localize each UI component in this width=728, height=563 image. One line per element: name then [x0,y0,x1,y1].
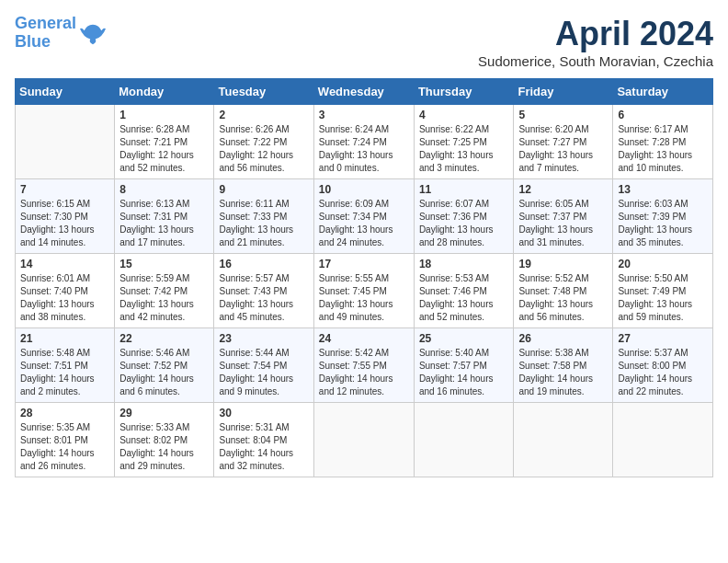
day-number: 26 [518,332,608,345]
calendar-cell: 22Sunrise: 5:46 AM Sunset: 7:52 PM Dayli… [115,328,214,403]
day-number: 11 [419,183,509,196]
day-number: 3 [319,109,409,121]
day-content: Sunrise: 6:01 AM Sunset: 7:40 PM Dayligh… [20,272,109,324]
calendar-cell: 7Sunrise: 6:15 AM Sunset: 7:30 PM Daylig… [16,179,115,254]
day-number: 5 [518,109,608,121]
calendar-cell: 9Sunrise: 6:11 AM Sunset: 7:33 PM Daylig… [214,179,313,254]
day-content: Sunrise: 6:26 AM Sunset: 7:22 PM Dayligh… [219,123,308,175]
calendar-cell: 23Sunrise: 5:44 AM Sunset: 7:54 PM Dayli… [214,328,313,403]
day-content: Sunrise: 6:22 AM Sunset: 7:25 PM Dayligh… [419,123,509,175]
logo-text: GeneralBlue [15,15,76,52]
calendar-cell: 13Sunrise: 6:03 AM Sunset: 7:39 PM Dayli… [613,179,713,254]
calendar-cell: 14Sunrise: 6:01 AM Sunset: 7:40 PM Dayli… [16,254,115,328]
calendar-cell: 30Sunrise: 5:31 AM Sunset: 8:04 PM Dayli… [214,403,313,477]
calendar-cell: 8Sunrise: 6:13 AM Sunset: 7:31 PM Daylig… [115,179,214,254]
calendar-cell: 3Sunrise: 6:24 AM Sunset: 7:24 PM Daylig… [313,105,414,179]
day-content: Sunrise: 5:46 AM Sunset: 7:52 PM Dayligh… [119,347,209,398]
weekday-header-saturday: Saturday [613,79,713,105]
day-number: 18 [419,258,509,270]
calendar-cell: 26Sunrise: 5:38 AM Sunset: 7:58 PM Dayli… [514,328,613,403]
calendar-cell: 6Sunrise: 6:17 AM Sunset: 7:28 PM Daylig… [613,105,713,179]
day-content: Sunrise: 5:48 AM Sunset: 7:51 PM Dayligh… [20,347,109,398]
day-number: 13 [618,183,708,196]
day-number: 2 [219,109,308,121]
day-number: 16 [219,258,308,270]
week-row-3: 14Sunrise: 6:01 AM Sunset: 7:40 PM Dayli… [16,254,713,328]
weekday-header-sunday: Sunday [16,79,115,105]
day-number: 23 [219,332,308,345]
day-number: 10 [319,183,409,196]
day-content: Sunrise: 5:31 AM Sunset: 8:04 PM Dayligh… [219,421,308,473]
day-content: Sunrise: 6:13 AM Sunset: 7:31 PM Dayligh… [119,198,209,249]
page-header: GeneralBlue April 2024 Sudomerice, South… [15,15,713,69]
calendar-cell: 21Sunrise: 5:48 AM Sunset: 7:51 PM Dayli… [16,328,115,403]
day-content: Sunrise: 5:50 AM Sunset: 7:49 PM Dayligh… [618,272,708,324]
day-content: Sunrise: 5:55 AM Sunset: 7:45 PM Dayligh… [319,272,409,324]
calendar-cell: 2Sunrise: 6:26 AM Sunset: 7:22 PM Daylig… [214,105,313,179]
day-content: Sunrise: 5:59 AM Sunset: 7:42 PM Dayligh… [119,272,209,324]
day-number: 7 [20,183,109,196]
calendar-cell: 16Sunrise: 5:57 AM Sunset: 7:43 PM Dayli… [214,254,313,328]
day-number: 22 [119,332,209,345]
calendar-cell: 20Sunrise: 5:50 AM Sunset: 7:49 PM Dayli… [613,254,713,328]
day-number: 30 [219,407,308,419]
weekday-header-thursday: Thursday [414,79,514,105]
day-content: Sunrise: 6:24 AM Sunset: 7:24 PM Dayligh… [319,123,409,175]
week-row-2: 7Sunrise: 6:15 AM Sunset: 7:30 PM Daylig… [16,179,713,254]
day-number: 17 [319,258,409,270]
logo: GeneralBlue [15,15,106,52]
week-row-4: 21Sunrise: 5:48 AM Sunset: 7:51 PM Dayli… [16,328,713,403]
weekday-header-row: SundayMondayTuesdayWednesdayThursdayFrid… [16,79,713,105]
day-number: 4 [419,109,509,121]
day-content: Sunrise: 5:33 AM Sunset: 8:02 PM Dayligh… [119,421,209,473]
calendar-cell [16,105,115,179]
calendar-cell: 25Sunrise: 5:40 AM Sunset: 7:57 PM Dayli… [414,328,514,403]
day-content: Sunrise: 6:15 AM Sunset: 7:30 PM Dayligh… [20,198,109,249]
day-content: Sunrise: 5:53 AM Sunset: 7:46 PM Dayligh… [419,272,509,324]
day-content: Sunrise: 5:52 AM Sunset: 7:48 PM Dayligh… [518,272,608,324]
day-content: Sunrise: 6:11 AM Sunset: 7:33 PM Dayligh… [219,198,308,249]
weekday-header-wednesday: Wednesday [313,79,414,105]
calendar-cell: 12Sunrise: 6:05 AM Sunset: 7:37 PM Dayli… [514,179,613,254]
day-number: 25 [419,332,509,345]
calendar-cell: 4Sunrise: 6:22 AM Sunset: 7:25 PM Daylig… [414,105,514,179]
day-number: 14 [20,258,109,270]
calendar-cell: 11Sunrise: 6:07 AM Sunset: 7:36 PM Dayli… [414,179,514,254]
day-content: Sunrise: 5:40 AM Sunset: 7:57 PM Dayligh… [419,347,509,398]
day-number: 9 [219,183,308,196]
day-number: 27 [618,332,708,345]
day-content: Sunrise: 5:38 AM Sunset: 7:58 PM Dayligh… [518,347,608,398]
day-content: Sunrise: 5:35 AM Sunset: 8:01 PM Dayligh… [20,421,109,473]
calendar-cell: 1Sunrise: 6:28 AM Sunset: 7:21 PM Daylig… [115,105,214,179]
day-content: Sunrise: 5:57 AM Sunset: 7:43 PM Dayligh… [219,272,308,324]
calendar-table: SundayMondayTuesdayWednesdayThursdayFrid… [15,78,713,477]
calendar-cell: 17Sunrise: 5:55 AM Sunset: 7:45 PM Dayli… [313,254,414,328]
calendar-cell [514,403,613,477]
calendar-cell: 19Sunrise: 5:52 AM Sunset: 7:48 PM Dayli… [514,254,613,328]
day-content: Sunrise: 6:28 AM Sunset: 7:21 PM Dayligh… [119,123,209,175]
weekday-header-friday: Friday [514,79,613,105]
location: Sudomerice, South Moravian, Czechia [478,53,713,69]
calendar-cell: 29Sunrise: 5:33 AM Sunset: 8:02 PM Dayli… [115,403,214,477]
day-number: 24 [319,332,409,345]
logo-icon [80,20,106,46]
day-content: Sunrise: 5:42 AM Sunset: 7:55 PM Dayligh… [319,347,409,398]
day-content: Sunrise: 6:03 AM Sunset: 7:39 PM Dayligh… [618,198,708,249]
day-content: Sunrise: 6:07 AM Sunset: 7:36 PM Dayligh… [419,198,509,249]
day-content: Sunrise: 6:20 AM Sunset: 7:27 PM Dayligh… [518,123,608,175]
day-content: Sunrise: 6:09 AM Sunset: 7:34 PM Dayligh… [319,198,409,249]
day-number: 1 [119,109,209,121]
day-number: 28 [20,407,109,419]
calendar-cell [414,403,514,477]
day-number: 15 [119,258,209,270]
day-number: 21 [20,332,109,345]
calendar-cell: 27Sunrise: 5:37 AM Sunset: 8:00 PM Dayli… [613,328,713,403]
week-row-5: 28Sunrise: 5:35 AM Sunset: 8:01 PM Dayli… [16,403,713,477]
weekday-header-monday: Monday [115,79,214,105]
day-content: Sunrise: 6:05 AM Sunset: 7:37 PM Dayligh… [518,198,608,249]
day-number: 19 [518,258,608,270]
weekday-header-tuesday: Tuesday [214,79,313,105]
day-number: 8 [119,183,209,196]
calendar-cell [313,403,414,477]
calendar-cell: 24Sunrise: 5:42 AM Sunset: 7:55 PM Dayli… [313,328,414,403]
